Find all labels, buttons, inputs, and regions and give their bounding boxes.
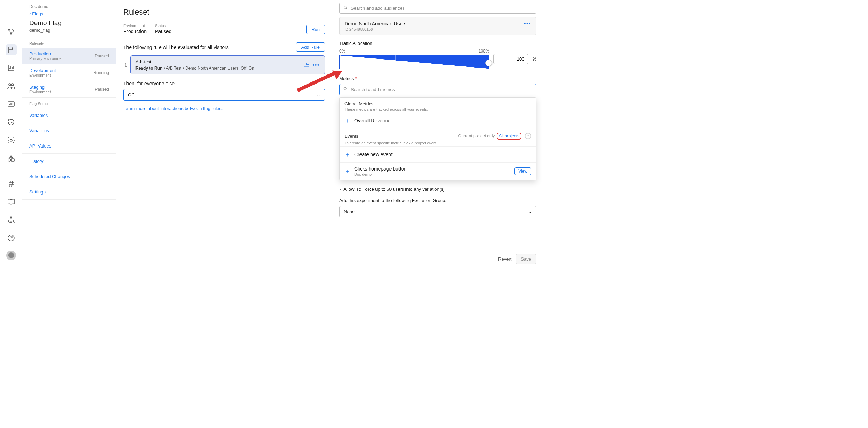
svg-point-4 xyxy=(11,84,14,86)
svg-point-15 xyxy=(344,87,346,90)
revert-button[interactable]: Revert xyxy=(498,256,511,262)
monitor-icon[interactable] xyxy=(6,98,17,110)
sidebar: Doc demo ‹Flags Demo Flag demo_flag Rule… xyxy=(22,0,116,267)
plus-icon: ＋ xyxy=(344,117,350,125)
svg-point-6 xyxy=(10,139,12,141)
audience-search[interactable]: Search and add audiences xyxy=(339,3,536,14)
page-title: Ruleset xyxy=(123,8,325,17)
allowlist-toggle[interactable]: › Allowlist: Force up to 50 users into a… xyxy=(339,187,536,192)
sitemap-icon[interactable] xyxy=(6,214,17,225)
chevron-down-icon: ⌄ xyxy=(528,209,532,214)
search-icon xyxy=(343,87,348,93)
svg-point-2 xyxy=(10,33,12,34)
svg-rect-5 xyxy=(8,102,14,106)
nav-settings[interactable]: Settings xyxy=(22,184,116,200)
footer: Revert Save xyxy=(116,251,543,267)
flag-title: Demo Flag xyxy=(29,19,109,27)
chevron-left-icon: ‹ xyxy=(29,11,31,16)
save-button[interactable]: Save xyxy=(516,254,536,264)
svg-point-1 xyxy=(13,29,14,30)
icon-rail xyxy=(0,0,22,267)
audience-chip: Demo North American Users ID:24548880156… xyxy=(339,17,536,35)
svg-point-9 xyxy=(10,217,12,218)
config-panel: Search and add audiences Demo North Amer… xyxy=(332,0,543,267)
svg-rect-8 xyxy=(11,159,14,161)
else-label: Then, for everyone else xyxy=(123,81,325,86)
traffic-slider[interactable] xyxy=(339,55,489,69)
run-button[interactable]: Run xyxy=(306,25,325,34)
nav-scheduled-changes[interactable]: Scheduled Changes xyxy=(22,169,116,184)
breadcrumb: Doc demo xyxy=(29,4,109,9)
section-rulesets: Rulesets xyxy=(22,38,116,48)
nav-history[interactable]: History xyxy=(22,154,116,169)
chevron-right-icon: › xyxy=(339,187,341,192)
traffic-label: Traffic Allocation xyxy=(339,41,536,46)
plus-icon: ＋ xyxy=(344,150,350,159)
else-select[interactable]: Off ⌄ xyxy=(123,89,325,101)
nav-api-values[interactable]: API Values xyxy=(22,138,116,154)
svg-point-7 xyxy=(8,159,11,161)
rule-intro: The following rule will be evaluated for… xyxy=(123,45,229,50)
help-icon[interactable]: ? xyxy=(525,133,531,139)
add-rule-button[interactable]: Add Rule xyxy=(296,42,325,52)
svg-point-0 xyxy=(8,29,10,30)
event-clicks-homepage[interactable]: ＋ Clicks homepage button Doc demo View xyxy=(340,162,536,180)
traffic-input[interactable] xyxy=(493,54,528,64)
metric-overall-revenue[interactable]: ＋ Overall Revenue xyxy=(340,113,536,128)
search-icon xyxy=(343,5,348,11)
chevron-down-icon: ⌄ xyxy=(317,92,320,97)
gear-icon[interactable] xyxy=(6,135,17,146)
metrics-dropdown: Global Metrics These metrics are tracked… xyxy=(339,97,536,180)
slider-handle-icon[interactable] xyxy=(485,60,492,66)
learn-more-link[interactable]: Learn more about interactions between fl… xyxy=(123,106,223,111)
plus-icon: ＋ xyxy=(344,167,350,175)
svg-point-14 xyxy=(344,6,346,8)
exclusion-select[interactable]: None ⌄ xyxy=(339,206,536,217)
create-new-event[interactable]: ＋ Create new event xyxy=(340,146,536,162)
users-icon[interactable] xyxy=(6,80,17,92)
audience-menu-icon[interactable]: ••• xyxy=(524,21,531,26)
hash-icon[interactable] xyxy=(6,178,17,189)
metrics-search[interactable]: Search to add metrics xyxy=(339,84,536,95)
section-flag-setup: Flag Setup xyxy=(22,98,116,108)
flag-key: demo_flag xyxy=(29,27,109,33)
branch-icon[interactable] xyxy=(6,26,17,37)
rule-card[interactable]: 1 A-b-test Ready to Run • A/B Test • Dem… xyxy=(130,55,325,74)
rule-chart-icon[interactable] xyxy=(303,61,310,69)
help-icon[interactable] xyxy=(6,232,17,244)
env-production[interactable]: ProductionPrimary environment Paused xyxy=(22,48,116,64)
chart-icon[interactable] xyxy=(6,62,17,73)
back-link[interactable]: ‹Flags xyxy=(29,11,109,16)
flag-icon[interactable] xyxy=(6,44,17,55)
svg-point-11 xyxy=(10,222,12,223)
svg-point-3 xyxy=(9,84,11,86)
env-staging[interactable]: StagingEnvironment Paused xyxy=(22,81,116,98)
nav-variables[interactable]: Variables xyxy=(22,108,116,123)
shapes-icon[interactable] xyxy=(6,153,17,164)
env-development[interactable]: DevelopmentEnvironment Running xyxy=(22,64,116,81)
nav-variations[interactable]: Variations xyxy=(22,123,116,138)
rule-menu-icon[interactable]: ••• xyxy=(312,62,320,68)
ruleset-panel: Ruleset EnvironmentProduction StatusPaus… xyxy=(116,0,332,267)
svg-point-10 xyxy=(8,222,9,223)
view-button[interactable]: View xyxy=(514,167,531,175)
history-icon[interactable] xyxy=(6,117,17,128)
avatar[interactable] xyxy=(6,251,16,260)
book-icon[interactable] xyxy=(6,196,17,207)
all-projects-toggle[interactable]: All projects xyxy=(497,133,521,140)
svg-point-12 xyxy=(13,222,14,223)
